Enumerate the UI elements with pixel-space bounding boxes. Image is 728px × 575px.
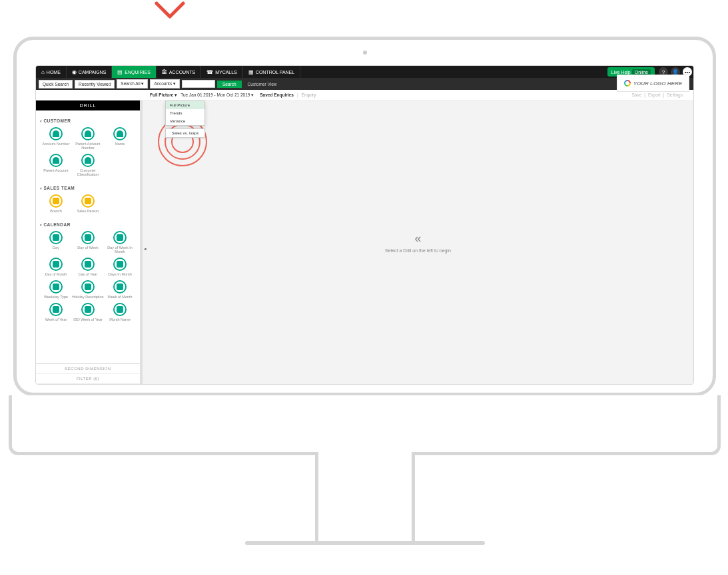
drill-parent-account-number[interactable]: Parent Account Number [72, 127, 104, 150]
breadcrumb-row: Full Picture ▾ Tue Jan 01 2019 - Mon Oct… [36, 90, 693, 100]
live-help-label: Live Help [611, 70, 631, 75]
save-link[interactable]: Save [631, 93, 641, 97]
drill-label: Sales Person [77, 209, 99, 213]
nav-accounts-label: ACCOUNTS [169, 70, 195, 75]
nav-campaigns[interactable]: ◉CAMPAIGNS [67, 66, 113, 78]
drill-customer-classification[interactable]: Customer Classification [72, 154, 104, 176]
drill-parent-account[interactable]: Parent Account [40, 154, 72, 176]
nav-home-label: HOME [47, 70, 61, 75]
accounts-dropdown[interactable]: Accounts ▾ [150, 79, 180, 89]
nav-home[interactable]: ⌂HOME [36, 66, 67, 78]
accounts-icon: 🏛 [162, 69, 167, 75]
current-enquiry-label: Enquiry [302, 93, 316, 97]
customer-grid: Account Number Parent Account Number Nam… [40, 127, 136, 180]
top-nav: ⌂HOME ◉CAMPAIGNS ▤ENQUIRIES 🏛ACCOUNTS ☎M… [36, 66, 693, 78]
drill-label: Day of Month [45, 272, 67, 276]
logo-placeholder: YOUR LOGO HERE [617, 75, 689, 92]
nav-mycalls-label: MYCALLS [215, 70, 237, 75]
view-dropdown-label: Full Picture [150, 93, 173, 97]
search-all-label: Search All [121, 81, 140, 86]
camera-dot [363, 51, 367, 55]
section-sales-team[interactable]: SALES TEAM [40, 186, 136, 190]
drill-label: ISO Week of Year [73, 317, 103, 321]
logo-text: YOUR LOGO HERE [633, 81, 682, 87]
sep1: | [644, 93, 645, 97]
drill-account-number[interactable]: Account Number [40, 127, 72, 150]
drill-day-of-week-in-month[interactable]: Day of Week In Month [104, 231, 136, 254]
filter-tab[interactable]: FILTER (0) [36, 374, 140, 384]
drill-iso-week-of-year[interactable]: ISO Week of Year [72, 303, 104, 321]
drill-label: Name [115, 142, 125, 146]
logo-icon [624, 80, 631, 87]
drill-month-name[interactable]: Month Name [104, 303, 136, 321]
drill-label: Day of Year [79, 272, 97, 276]
main-area: DRILL CUSTOMER Account Number Parent Acc… [36, 100, 693, 384]
sidebar: DRILL CUSTOMER Account Number Parent Acc… [36, 100, 143, 384]
drill-label: Branch [50, 209, 61, 213]
recently-viewed-button[interactable]: Recently Viewed [75, 80, 115, 89]
section-customer[interactable]: CUSTOMER [40, 118, 136, 123]
drill-label: Month Name [109, 317, 131, 321]
saved-enquiries-link[interactable]: Saved Enquiries [260, 93, 294, 97]
nav-enquiries-label: ENQUIRIES [125, 70, 151, 75]
crumb-separator: | [297, 93, 298, 97]
drill-sales-person[interactable]: Sales Person [72, 194, 104, 213]
nav-campaigns-label: CAMPAIGNS [79, 70, 107, 75]
view-dropdown[interactable]: Full Picture ▾ [150, 93, 177, 98]
drill-branch[interactable]: Branch [40, 194, 72, 213]
quick-search-button[interactable]: Quick Search [39, 80, 73, 89]
accounts-dd-label: Accounts [154, 81, 172, 86]
sub-option-sales-vs-gaps[interactable]: Sales vs. Gaps [165, 128, 205, 138]
drill-label: Day of Week In Month [104, 246, 136, 254]
drill-weekday-type[interactable]: Weekday Type [40, 280, 72, 299]
monitor-foot [245, 541, 485, 545]
export-link[interactable]: Export [648, 93, 661, 97]
nav-enquiries[interactable]: ▤ENQUIRIES [112, 66, 157, 78]
section-calendar[interactable]: CALENDAR [40, 222, 136, 227]
date-range-picker[interactable]: Tue Jan 01 2019 - Mon Oct 21 2019 ▾ [181, 93, 254, 98]
nav-mycalls[interactable]: ☎MYCALLS [201, 66, 243, 78]
crumb-actions: Save| Export| Settings [631, 93, 683, 97]
drill-label: Parent Account [43, 168, 68, 172]
customer-view-link[interactable]: Customer View [248, 82, 277, 87]
nav-control-panel[interactable]: ▦CONTROL PANEL [243, 66, 300, 78]
drill-holiday-description[interactable]: Holiday Description [72, 280, 104, 299]
drill-day-of-year[interactable]: Day of Year [72, 258, 104, 276]
drill-label: Days In Month [108, 272, 131, 276]
search-button[interactable]: Search [217, 81, 242, 88]
sidebar-footer: SECOND DIMENSION FILTER (0) [36, 363, 140, 384]
drill-label: Week of Month [108, 295, 133, 299]
drill-label: Day [53, 246, 59, 250]
drill-day[interactable]: Day [40, 231, 72, 254]
drill-week-of-year[interactable]: Week of Year [40, 303, 72, 321]
mycalls-icon: ☎ [206, 69, 213, 75]
drill-day-of-month[interactable]: Day of Month [40, 258, 72, 276]
chevrons-left-icon: « [385, 232, 451, 246]
dd-option-trends[interactable]: Trends [166, 109, 204, 117]
settings-link[interactable]: Settings [667, 93, 683, 97]
drill-name[interactable]: Name [104, 127, 136, 150]
sales-grid: Branch Sales Person [40, 194, 136, 217]
nav-accounts[interactable]: 🏛ACCOUNTS [157, 66, 201, 78]
enquiries-icon: ▤ [117, 69, 123, 75]
drill-tab[interactable]: DRILL [36, 100, 140, 110]
dd-option-full-picture[interactable]: Full Picture [166, 101, 204, 109]
search-input[interactable] [182, 80, 215, 88]
drill-label: Holiday Description [72, 295, 103, 299]
monitor-bezel: ⌂HOME ◉CAMPAIGNS ▤ENQUIRIES 🏛ACCOUNTS ☎M… [13, 37, 716, 396]
empty-state: « Select a Drill on the left to begin [385, 232, 451, 253]
sidebar-scroll: CUSTOMER Account Number Parent Account N… [36, 110, 140, 363]
drill-label: Day of Week [77, 246, 98, 250]
calendar-grid: Day Day of Week Day of Week In Month Day… [40, 231, 136, 325]
second-dimension-tab[interactable]: SECOND DIMENSION [36, 364, 140, 374]
sidebar-collapse-handle[interactable]: ◂ [143, 242, 148, 256]
control-panel-icon: ▦ [248, 69, 254, 75]
drill-week-of-month[interactable]: Week of Month [104, 280, 136, 299]
drill-days-in-month[interactable]: Days In Month [104, 258, 136, 276]
screen: ⌂HOME ◉CAMPAIGNS ▤ENQUIRIES 🏛ACCOUNTS ☎M… [35, 65, 694, 385]
dd-option-variance[interactable]: Variance [166, 117, 204, 125]
drill-day-of-week[interactable]: Day of Week [72, 231, 104, 254]
drill-label: Weekday Type [44, 295, 68, 299]
empty-message: Select a Drill on the left to begin [385, 248, 451, 253]
search-all-dropdown[interactable]: Search All ▾ [117, 79, 148, 89]
